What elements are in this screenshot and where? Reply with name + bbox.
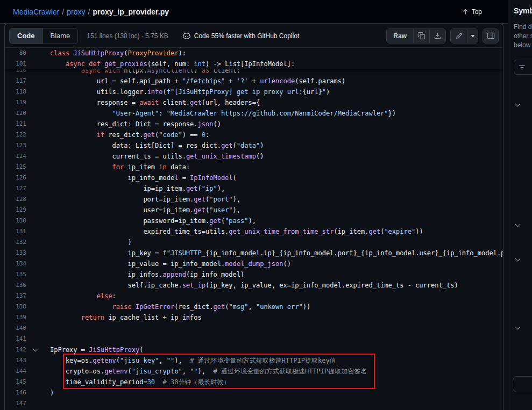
code-blame-toggle: Code Blame	[9, 28, 78, 44]
code-text: user=ip_item.get("user"),	[41, 205, 240, 215]
line-number[interactable]: 101	[5, 59, 31, 69]
chevron-down-icon[interactable]	[515, 102, 521, 107]
line-number[interactable]: 125	[5, 162, 31, 172]
line-number[interactable]: 147	[5, 398, 31, 409]
edit-dropdown-button[interactable]	[467, 29, 478, 43]
line-number[interactable]: 135	[5, 269, 31, 280]
line-number[interactable]: 145	[5, 377, 31, 387]
line-number[interactable]: 126	[5, 172, 31, 183]
breadcrumb-separator: /	[88, 8, 90, 16]
chevron-slot	[31, 366, 41, 377]
edit-button[interactable]	[451, 29, 467, 43]
line-number[interactable]: 117	[5, 76, 31, 87]
code-line: 136 self.ip_cache.set_ip(ip_key, ip_valu…	[5, 280, 503, 291]
line-number[interactable]: 80	[5, 48, 31, 59]
line-number[interactable]: 134	[5, 258, 31, 269]
copilot-banner[interactable]: Code 55% faster with GitHub Copilot	[182, 32, 299, 40]
line-number[interactable]: 131	[5, 226, 31, 237]
tab-blame[interactable]: Blame	[43, 28, 78, 44]
line-number[interactable]: 118	[5, 87, 31, 97]
collapse-chevron-icon[interactable]	[31, 344, 41, 355]
line-number[interactable]: 122	[5, 130, 31, 140]
copy-button[interactable]	[413, 29, 429, 43]
code-text	[41, 334, 50, 344]
chevron-slot	[31, 108, 41, 119]
code-text: ip_value = ip_info_model.model_dump_json…	[41, 258, 291, 269]
code-line: 143 key=os.getenv("jisu_key", ""), # 通过环…	[5, 355, 503, 366]
symbols-description-line: other symbols in this file by clicking a…	[514, 32, 532, 41]
filter-icon	[518, 63, 526, 71]
scroll-to-top-button[interactable]: Top	[462, 8, 482, 16]
line-number[interactable]: 121	[5, 119, 31, 130]
main-column: MediaCrawler/proxy/proxy_ip_provider.py …	[0, 0, 508, 410]
chevron-down-icon[interactable]	[515, 222, 521, 227]
sticky-code-line: 101 async def get_proxies(self, num: int…	[5, 59, 503, 69]
line-number[interactable]: 141	[5, 334, 31, 344]
code-line: 141	[5, 334, 503, 344]
code-text: )	[41, 387, 54, 398]
line-number[interactable]: 127	[5, 183, 31, 194]
line-number[interactable]: 140	[5, 323, 31, 334]
symbols-description-line: below or in the code	[514, 41, 532, 50]
chevron-slot	[31, 387, 41, 398]
line-number[interactable]: 143	[5, 355, 31, 366]
line-number[interactable]: 137	[5, 291, 31, 301]
symbols-panel-toggle[interactable]	[483, 28, 499, 44]
line-number[interactable]: 142	[5, 344, 31, 355]
code-line: 124 current_ts = utils.get_unix_timestam…	[5, 151, 503, 162]
chevron-slot	[31, 140, 41, 151]
code-line: 117 url = self.api_path + "/fetchips" + …	[5, 76, 503, 87]
code-text: if res_dict.get("code") == 0:	[41, 130, 209, 140]
raw-button[interactable]: Raw	[387, 29, 413, 43]
code-text: ip=ip_item.get("ip"),	[41, 183, 225, 194]
chevron-down-icon[interactable]	[515, 256, 521, 262]
chevron-slot	[31, 59, 41, 69]
code-line: 122 if res_dict.get("code") == 0:	[5, 130, 503, 140]
breadcrumb-separator: /	[62, 8, 64, 16]
code-line: 146)	[5, 387, 503, 398]
breadcrumb-dir-link[interactable]: proxy	[67, 8, 85, 16]
sticky-code-line: 80class JiSuHttpProxy(ProxyProvider):	[5, 48, 503, 59]
line-number[interactable]: 119	[5, 97, 31, 108]
line-number[interactable]: 128	[5, 194, 31, 205]
line-number[interactable]: 120	[5, 108, 31, 119]
line-number[interactable]: 139	[5, 312, 31, 323]
code-line: 123 data: List[Dict] = res_dict.get("dat…	[5, 140, 503, 151]
line-number[interactable]: 132	[5, 237, 31, 248]
line-number[interactable]: 124	[5, 151, 31, 162]
chevron-slot	[31, 280, 41, 291]
breadcrumb-repo-link[interactable]: MediaCrawler	[13, 8, 59, 16]
line-number[interactable]: 144	[5, 366, 31, 377]
code-text: return ip_cache_list + ip_infos	[41, 312, 202, 323]
chevron-slot	[31, 323, 41, 334]
chevron-slot	[31, 183, 41, 194]
code-line: 145 time_validity_period=30 # 30分钟（最长时效）	[5, 377, 503, 387]
line-number[interactable]: 136	[5, 280, 31, 291]
chevron-down-icon	[470, 33, 476, 39]
code-line: 130 password=ip_item.get("pass"),	[5, 215, 503, 226]
code-text: res_dict: Dict = response.json()	[41, 119, 221, 130]
code-line: 140	[5, 323, 503, 334]
raw-actions-group: Raw	[386, 28, 446, 44]
github-file-view: MediaCrawler/proxy/proxy_ip_provider.py …	[0, 0, 532, 410]
symbols-panel-item[interactable]	[513, 376, 532, 392]
chevron-slot	[31, 151, 41, 162]
symbols-filter-input[interactable]	[514, 60, 532, 75]
chevron-down-icon[interactable]	[515, 325, 521, 330]
code-text: data: List[Dict] = res_dict.get("data")	[41, 140, 264, 151]
code-line: 132 )	[5, 237, 503, 248]
line-number[interactable]: 146	[5, 387, 31, 398]
chevron-slot	[31, 291, 41, 301]
symbols-panel-description: Find definitions and references for func…	[514, 23, 532, 50]
line-number[interactable]: 123	[5, 140, 31, 151]
chevron-slot	[31, 48, 41, 59]
tab-code[interactable]: Code	[10, 28, 43, 44]
download-button[interactable]	[429, 29, 445, 43]
line-number[interactable]: 129	[5, 205, 31, 215]
line-number[interactable]: 133	[5, 248, 31, 258]
symbols-panel: Symbols Find definitions and references …	[508, 0, 532, 410]
code-line: 131 expired_time_ts=utils.get_unix_time_…	[5, 226, 503, 237]
line-number[interactable]: 130	[5, 215, 31, 226]
line-number[interactable]: 138	[5, 301, 31, 312]
code-line: 128 port=ip_item.get("port"),	[5, 194, 503, 205]
